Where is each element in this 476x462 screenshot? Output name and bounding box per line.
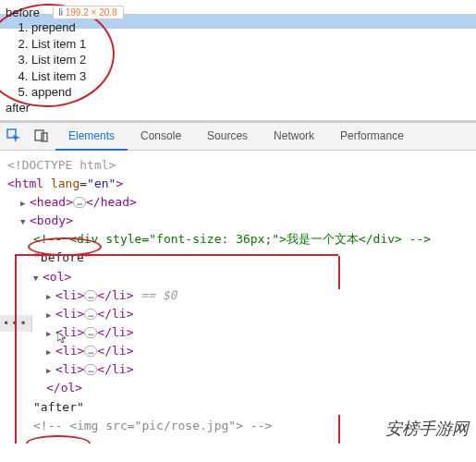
devtools-tabs: Elements Console Sources Network Perform…	[55, 123, 476, 150]
dom-li-selected[interactable]: <li>…</li> == $0	[7, 286, 470, 305]
tab-performance[interactable]: Performance	[327, 123, 417, 150]
dom-comment-div[interactable]: <!-- <div style="font-size: 36px;">我是一个文…	[7, 230, 470, 249]
preview-list: prepend List item 1 List item 2 List ite…	[6, 19, 476, 101]
text-before: before	[6, 6, 40, 19]
inspect-element-icon[interactable]	[0, 122, 28, 150]
ellipsis-icon[interactable]: …	[73, 197, 86, 208]
gutter-overflow-icon[interactable]: •••	[0, 315, 32, 332]
selected-indicator: == $0	[140, 288, 177, 302]
text-after: after	[6, 101, 30, 115]
ellipsis-icon[interactable]: …	[84, 364, 97, 375]
dom-li[interactable]: <li>…</li>	[7, 323, 470, 342]
list-item: List item 3	[31, 68, 476, 85]
dom-body-open[interactable]: <body>	[7, 212, 470, 230]
dom-li[interactable]: <li>…</li>	[7, 305, 470, 323]
list-item: List item 1	[31, 36, 476, 53]
collapse-arrow-icon[interactable]	[33, 268, 43, 286]
collapse-arrow-icon[interactable]	[20, 212, 30, 230]
devtools-panel: Elements Console Sources Network Perform…	[0, 120, 476, 444]
tab-sources[interactable]: Sources	[194, 123, 261, 150]
expand-arrow-icon[interactable]	[46, 323, 55, 342]
dom-ol-open[interactable]: <ol>	[7, 268, 470, 286]
tab-network[interactable]: Network	[261, 123, 327, 150]
elements-tree[interactable]: <!DOCTYPE html> <html lang="en"> <head>……	[0, 151, 476, 441]
device-toggle-icon[interactable]	[28, 122, 55, 150]
dom-ol-close[interactable]: </ol>	[7, 379, 470, 397]
list-item: append	[31, 84, 476, 101]
expand-arrow-icon[interactable]	[46, 342, 55, 360]
dom-li[interactable]: <li>…</li>	[7, 342, 470, 360]
list-item: List item 2	[31, 52, 476, 68]
tooltip-tag: li	[59, 7, 63, 18]
inspect-tooltip: li 199.2 × 20.8	[53, 6, 124, 19]
list-item: prepend	[31, 19, 476, 36]
devtools-toolbar: Elements Console Sources Network Perform…	[0, 123, 476, 151]
dom-li[interactable]: <li>…</li>	[7, 360, 470, 379]
dom-text-before[interactable]: "before"	[7, 249, 470, 267]
dom-head[interactable]: <head>…</head>	[7, 193, 470, 212]
expand-arrow-icon[interactable]	[46, 305, 55, 323]
cursor-icon	[57, 332, 67, 343]
ellipsis-icon[interactable]: …	[84, 346, 97, 357]
expand-arrow-icon[interactable]	[46, 286, 55, 305]
dom-html-open[interactable]: <html lang="en">	[7, 175, 470, 193]
tooltip-size: 199.2 × 20.8	[66, 7, 117, 18]
ellipsis-icon[interactable]: …	[84, 309, 97, 320]
ellipsis-icon[interactable]: …	[84, 327, 97, 338]
expand-arrow-icon[interactable]	[20, 193, 30, 212]
tab-console[interactable]: Console	[128, 123, 194, 150]
watermark-text: 安榜手游网	[385, 418, 469, 440]
dom-doctype[interactable]: <!DOCTYPE html>	[7, 156, 470, 175]
ellipsis-icon[interactable]: …	[84, 290, 97, 301]
page-preview: before li 199.2 × 20.8 prepend List item…	[0, 0, 476, 120]
annotation-ellipse	[26, 435, 91, 444]
dom-text-after[interactable]: "after"	[7, 398, 470, 417]
expand-arrow-icon[interactable]	[46, 360, 55, 379]
tab-elements[interactable]: Elements	[55, 123, 128, 150]
